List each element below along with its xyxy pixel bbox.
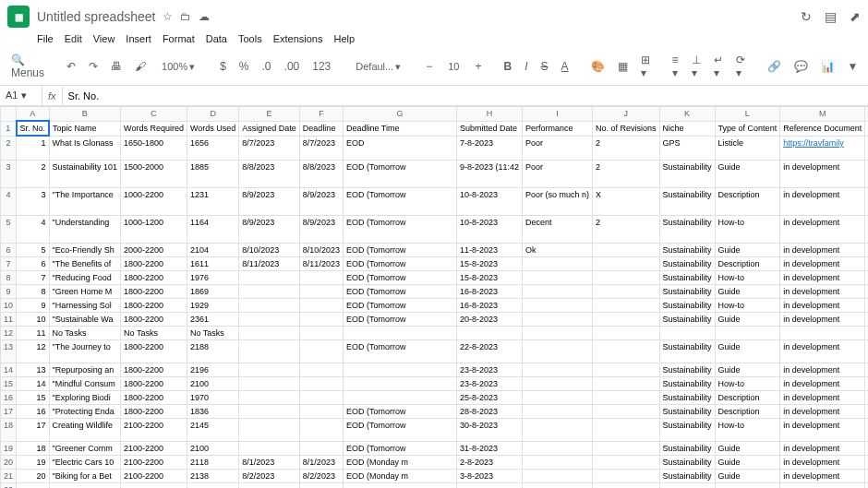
cell[interactable]: 1500-2000 [121,160,187,187]
cell[interactable]: 2 [593,136,660,160]
row-header[interactable]: 10 [1,298,17,312]
header-cell[interactable]: Performance [523,121,593,136]
cell[interactable]: in development [780,390,865,404]
cell[interactable] [780,326,865,339]
cell[interactable] [593,455,660,469]
cell[interactable]: 10 [17,312,50,326]
cell[interactable]: EOD (Monday m [343,455,456,469]
merge-button[interactable]: ⊞ ▾ [637,52,654,81]
header-cell[interactable]: Words Used [187,121,238,136]
cell[interactable] [593,256,660,270]
cell[interactable] [523,284,593,298]
fsize-inc[interactable]: + [472,58,486,75]
cell[interactable]: "Eco-Friendly Sh [49,243,121,256]
decimal-dec-button[interactable]: .0 [259,58,275,75]
col-header[interactable]: A [17,107,50,122]
share-icon[interactable]: ⬈ [850,9,861,24]
print-button[interactable]: 🖶 [107,58,126,75]
cell[interactable]: 8/8/2023 [299,160,343,187]
spreadsheet-grid[interactable]: ABCDEFGHIJKLMNOPQRS1Sr. No.Topic NameWor… [0,106,868,488]
cell[interactable]: 2138 [187,469,238,482]
cell[interactable]: "The Benefits of [49,256,121,270]
cell[interactable]: 30-8-2023 [456,418,522,441]
cell[interactable] [593,312,660,326]
cell[interactable]: Sustainability [659,455,715,469]
col-header[interactable]: F [299,107,343,122]
cell[interactable]: 8/2/2023 [299,469,343,482]
header-cell[interactable]: Deadline [299,121,343,136]
cell[interactable]: X [593,187,660,215]
cell[interactable] [299,482,343,488]
row-header[interactable]: 2 [1,136,17,160]
cell[interactable]: GPS [659,136,715,160]
cell[interactable]: 7 [17,270,50,284]
cell[interactable]: 1800-2200 [121,404,187,418]
cell[interactable]: in development [780,441,865,455]
cell[interactable]: 3-8-2023 [456,469,522,482]
col-header[interactable]: D [187,107,238,122]
cell[interactable]: 17 [17,418,50,441]
cell[interactable]: in development [780,256,865,270]
cell[interactable]: How-to [715,270,780,284]
italic-button[interactable]: I [521,58,531,75]
cell[interactable]: Sustainability [659,298,715,312]
cell[interactable]: 2 [593,215,660,243]
cell[interactable] [593,418,660,441]
cell[interactable]: "Exploring Biodi [49,390,121,404]
cell[interactable]: 8/9/2023 [299,215,343,243]
col-header[interactable]: G [343,107,456,122]
cell[interactable] [299,441,343,455]
cell[interactable]: EOD (Tomorrow [343,298,456,312]
cell[interactable]: EOD (Tomorrow [343,256,456,270]
row-header[interactable]: 11 [1,312,17,326]
cell[interactable]: 25-8-2023 [456,390,522,404]
cell[interactable] [593,390,660,404]
cell[interactable]: EOD (Tomorrow [343,160,456,187]
header-cell[interactable]: Assigned Date [239,121,300,136]
cell[interactable]: 15 [17,390,50,404]
cell[interactable]: Sustainability [659,284,715,298]
more-formats-button[interactable]: 123 [308,58,334,75]
cell[interactable] [239,284,300,298]
cell[interactable] [299,312,343,326]
cell[interactable]: 2188 [187,339,238,363]
cell[interactable]: 1976 [187,270,238,284]
cell[interactable]: 10-8-2023 [456,187,522,215]
cell[interactable]: Guide [715,312,780,326]
cell[interactable] [299,339,343,363]
cell[interactable]: Decent [523,215,593,243]
cell[interactable] [593,284,660,298]
row-header[interactable]: 3 [1,160,17,187]
cell[interactable]: Guide [715,339,780,363]
cell[interactable]: 8/2/2023 [239,469,300,482]
cloud-icon[interactable]: ☁ [199,10,210,23]
cell[interactable]: "Understanding [49,215,121,243]
cell[interactable]: 2118 [187,455,238,469]
cell[interactable]: How-to [715,215,780,243]
row-header[interactable]: 1 [1,121,17,136]
cell[interactable] [523,469,593,482]
cell[interactable]: Sustainability [659,160,715,187]
cell[interactable]: 16-8-2023 [456,284,522,298]
cell[interactable]: in development [780,404,865,418]
cell[interactable]: "The Journey to [49,339,121,363]
cell[interactable] [523,376,593,390]
header-cell[interactable]: Topic Name [49,121,121,136]
cell[interactable]: How-to [715,418,780,441]
cell[interactable] [456,326,522,339]
cell[interactable] [299,404,343,418]
cell[interactable]: Poor (so much n) [523,187,593,215]
cell[interactable]: 2 [17,160,50,187]
cell[interactable] [593,376,660,390]
text-color-button[interactable]: A [558,58,573,75]
cell[interactable]: Sustainability [659,376,715,390]
row-header[interactable]: 7 [1,256,17,270]
header-cell[interactable]: Deadline Time [343,121,456,136]
valign-button[interactable]: ⊥ ▾ [688,52,705,81]
formula-input[interactable]: Sr. No. [63,87,105,105]
cell[interactable] [593,363,660,376]
cell[interactable] [239,404,300,418]
cell[interactable]: 19 [17,455,50,469]
cell[interactable]: How-to [715,376,780,390]
cell[interactable]: Guide [715,243,780,256]
